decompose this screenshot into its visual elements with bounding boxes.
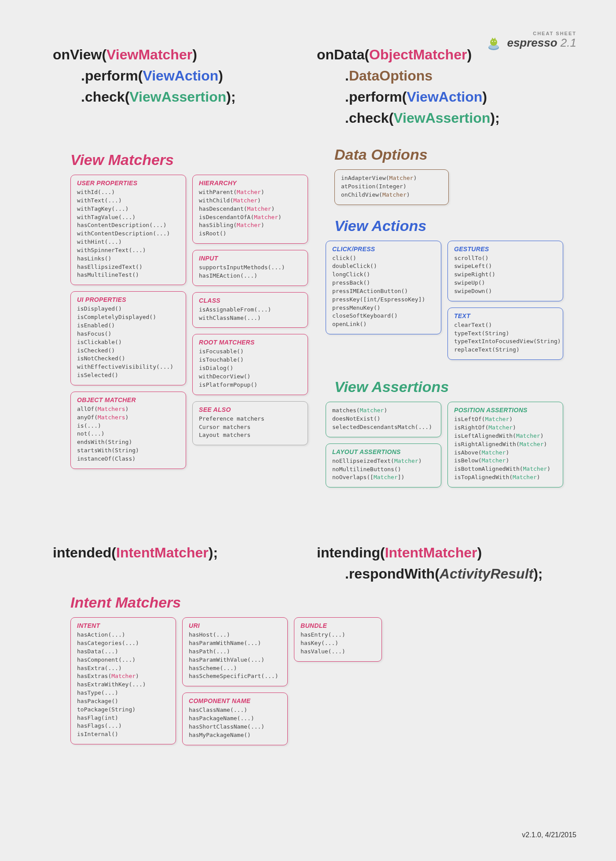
svg-rect-4 [495, 38, 495, 40]
intent-api-row: intended(IntentMatcher); intending(Inten… [53, 542, 563, 584]
left-column: View Matchers USER PROPERTIES withId(...… [53, 142, 308, 494]
ondata-block: onData(ObjectMatcher) .DataOptions .perf… [317, 44, 563, 128]
svg-point-6 [495, 41, 495, 42]
card-assertions: matches(Matcher) doesNotExist() selected… [326, 402, 441, 437]
card-root-matchers: ROOT MATCHERS isFocusable() isTouchable(… [192, 334, 308, 395]
section-view-actions: View Actions [334, 217, 563, 234]
card-data-options: inAdapterView(Matcher) atPosition(Intege… [334, 169, 449, 205]
android-cup-icon [486, 36, 502, 54]
card-click-press: CLICK/PRESS click() doubleClick() longCl… [326, 241, 441, 335]
onview-block: onView(ViewMatcher) .perform(ViewAction)… [53, 44, 299, 128]
card-component-name: COMPONENT NAME hasClassName(...) hasPack… [182, 692, 288, 745]
card-intent: INTENT hasAction(...) hasCategories(...)… [70, 617, 176, 744]
svg-rect-3 [492, 38, 493, 40]
card-class: CLASS isAssignableFrom(...) withClassNam… [192, 292, 308, 328]
logo-name: espresso 2.1 [507, 36, 576, 49]
svg-point-2 [490, 39, 497, 46]
section-data-options: Data Options [334, 146, 563, 163]
api-row: onView(ViewMatcher) .perform(ViewAction)… [53, 44, 563, 128]
card-input: INPUT supportsInputMethods(...) hasIMEAc… [192, 250, 308, 286]
content-row: View Matchers USER PROPERTIES withId(...… [53, 142, 563, 494]
card-user-properties: USER PROPERTIES withId(...) withText(...… [70, 175, 186, 285]
card-ui-properties: UI PROPERTIES isDisplayed() isCompletely… [70, 291, 186, 385]
intended-block: intended(IntentMatcher); [53, 542, 299, 584]
card-text: TEXT clearText() typeText(String) typeTe… [447, 308, 563, 360]
card-gestures: GESTURES scrollTo() swipeLeft() swipeRig… [447, 241, 563, 301]
card-bundle: BUNDLE hasEntry(...) hasKey(...) hasValu… [294, 617, 382, 662]
section-view-matchers: View Matchers [70, 151, 308, 169]
section-intent-matchers: Intent Matchers [70, 594, 563, 611]
card-hierarchy: HIERARCHY withParent(Matcher) withChild(… [192, 175, 308, 244]
right-column: Data Options inAdapterView(Matcher) atPo… [326, 142, 563, 494]
card-object-matcher: OBJECT MATCHER allOf(Matchers) anyOf(Mat… [70, 392, 186, 469]
logo: CHEAT SHEET espresso 2.1 [486, 31, 576, 54]
intent-matchers-block: Intent Matchers INTENT hasAction(...) ha… [53, 594, 563, 751]
section-view-assertions: View Assertions [334, 378, 563, 396]
footer-version: v2.1.0, 4/21/2015 [522, 831, 576, 839]
card-position-assertions: POSITION ASSERTIONS isLeftOf(Matcher) is… [447, 402, 563, 487]
card-layout-assertions: LAYOUT ASSERTIONS noEllipseizedText(Matc… [326, 443, 441, 488]
card-uri: URI hasHost(...) hasParamWithName(...) h… [182, 617, 288, 686]
svg-point-5 [492, 41, 493, 42]
card-see-also: SEE ALSO Preference matchers Cursor matc… [192, 401, 308, 446]
logo-tag: CHEAT SHEET [486, 31, 576, 36]
intending-block: intending(IntentMatcher) .respondWith(Ac… [317, 542, 563, 584]
